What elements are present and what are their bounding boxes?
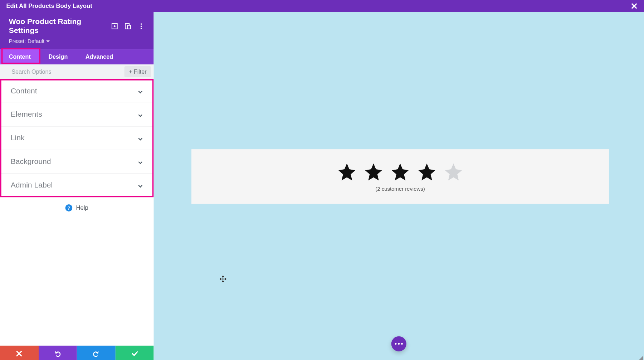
more-icon — [395, 343, 403, 345]
chevron-down-icon — [138, 112, 143, 117]
accordion-background[interactable]: Background — [0, 150, 154, 173]
accordion-link[interactable]: Link — [0, 127, 154, 150]
top-bar: Edit All Products Body Layout ✕ — [0, 0, 644, 12]
accordion-elements[interactable]: Elements — [0, 103, 154, 126]
close-icon[interactable]: ✕ — [629, 1, 640, 10]
module-title: Woo Product Rating Settings — [9, 17, 105, 35]
tab-design[interactable]: Design — [40, 49, 77, 64]
star-icon — [390, 161, 410, 182]
search-input[interactable] — [11, 69, 124, 76]
preset-selector[interactable]: Preset: Default — [9, 38, 50, 44]
svg-rect-3 — [127, 25, 131, 29]
svg-point-4 — [141, 24, 142, 25]
accordion-content[interactable]: Content — [0, 79, 154, 103]
chevron-down-icon — [138, 88, 143, 94]
preset-label: Preset: — [9, 38, 26, 44]
settings-tabs: Content Design Advanced — [0, 49, 154, 64]
caret-down-icon — [46, 40, 50, 42]
tab-content[interactable]: Content — [0, 49, 40, 64]
page-title: Edit All Products Body Layout — [4, 3, 92, 9]
plus-icon: + — [128, 69, 132, 76]
filter-button[interactable]: + Filter — [124, 66, 151, 77]
reviews-count[interactable]: (2 customer reviews) — [375, 185, 425, 191]
redo-button[interactable] — [77, 346, 115, 360]
sidebar-header: Woo Product Rating Settings Preset: Defa… — [0, 12, 154, 49]
move-cursor-icon — [219, 276, 226, 283]
cancel-button[interactable] — [0, 346, 38, 360]
builder-fab-button[interactable] — [391, 336, 406, 351]
star-rating — [337, 161, 464, 182]
accordion-group: Content Elements Link — [0, 79, 154, 197]
canvas-preview[interactable]: (2 customer reviews) — [154, 12, 644, 360]
chevron-down-icon — [138, 135, 143, 141]
hover-options-icon[interactable] — [111, 23, 118, 30]
filter-label: Filter — [134, 69, 147, 76]
accordion-label: Elements — [11, 110, 42, 119]
responsive-icon[interactable] — [125, 23, 132, 30]
resize-handle-icon[interactable] — [639, 356, 643, 360]
undo-button[interactable] — [38, 346, 77, 360]
star-icon — [363, 161, 384, 182]
accordion-admin-label[interactable]: Admin Label — [0, 174, 154, 197]
help-label: Help — [76, 204, 88, 211]
save-button[interactable] — [115, 346, 153, 360]
star-icon-empty — [443, 161, 464, 182]
svg-point-5 — [141, 26, 142, 27]
accordion-label: Link — [11, 133, 25, 142]
accordion-label: Background — [11, 157, 51, 166]
help-link[interactable]: ? Help — [0, 197, 154, 211]
star-icon — [337, 161, 357, 182]
star-icon — [416, 161, 437, 182]
help-icon: ? — [65, 204, 73, 211]
accordion-label: Admin Label — [11, 181, 53, 190]
settings-sidebar: Woo Product Rating Settings Preset: Defa… — [0, 12, 154, 360]
chevron-down-icon — [138, 159, 143, 164]
svg-point-6 — [141, 28, 142, 29]
svg-point-1 — [114, 25, 116, 27]
product-rating-module[interactable]: (2 customer reviews) — [191, 149, 609, 204]
preset-value: Default — [28, 38, 44, 44]
tab-advanced[interactable]: Advanced — [77, 49, 122, 64]
search-bar: + Filter — [0, 64, 154, 79]
more-options-icon[interactable] — [138, 23, 145, 30]
accordion-label: Content — [11, 87, 37, 96]
footer-actions — [0, 346, 154, 360]
chevron-down-icon — [138, 183, 143, 188]
